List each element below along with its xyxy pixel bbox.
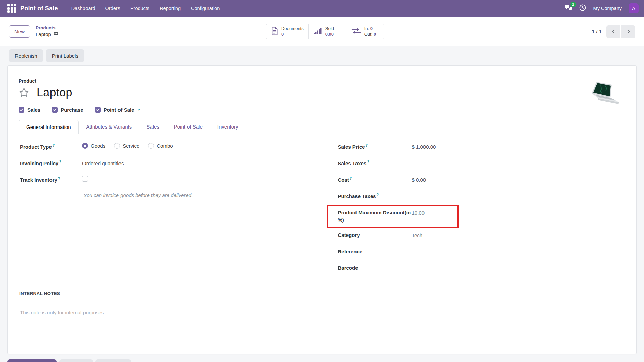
pager-counter: 1 / 1 <box>592 29 602 34</box>
tab-point-of-sale[interactable]: Point of Sale <box>167 120 210 134</box>
notebook-tabs: General Information Attributes & Variant… <box>19 119 625 134</box>
tab-sales[interactable]: Sales <box>139 120 167 134</box>
radio-goods[interactable]: Goods <box>82 143 105 149</box>
help-icon[interactable]: ? <box>138 108 140 112</box>
main-menu: Dashboard Orders Products Reporting Conf… <box>67 3 224 14</box>
control-panel: New Products Laptop <box>0 17 644 46</box>
internal-notes-section: INTERNAL NOTES This note is only for int… <box>19 291 625 350</box>
notes-divider <box>19 299 625 299</box>
internal-notes-title: INTERNAL NOTES <box>19 291 625 299</box>
track-inventory-label: Track Inventory? <box>20 176 82 184</box>
message-count-badge: 3 <box>570 2 576 7</box>
messages-button[interactable]: 3 <box>564 4 572 13</box>
internal-notes-input[interactable]: This note is only for internal purposes. <box>19 310 625 350</box>
sales-taxes-label: Sales Taxes? <box>338 159 412 167</box>
radio-unselected-icon <box>114 143 120 149</box>
documents-count: 0 <box>281 32 284 37</box>
product-form-sheet: Product Laptop Sales Purchase <box>7 65 637 354</box>
product-type-label: Product Type? <box>20 143 82 151</box>
help-icon[interactable]: ? <box>59 160 61 164</box>
sales-channels-row: Sales Purchase Point of Sale ? <box>19 107 625 113</box>
sales-checkbox[interactable]: Sales <box>19 107 40 113</box>
reference-label: Reference <box>338 248 412 255</box>
point-of-sale-checkbox[interactable]: Point of Sale ? <box>95 107 140 113</box>
out-value: 0 <box>374 32 376 37</box>
product-section-label: Product <box>19 78 625 84</box>
category-field[interactable]: Tech <box>412 231 423 239</box>
radio-unselected-icon <box>148 143 154 149</box>
form-right-column: Sales Price? $ 1,000.00 Sales Taxes? Cos… <box>338 143 626 281</box>
cost-field[interactable]: $ 0.00 <box>412 176 426 184</box>
menu-dashboard[interactable]: Dashboard <box>67 3 99 14</box>
out-label: Out: <box>364 32 373 37</box>
activities-clock-icon[interactable] <box>579 4 586 13</box>
documents-stat-button[interactable]: Documents 0 <box>266 24 309 39</box>
sales-price-field[interactable]: $ 1,000.00 <box>412 143 436 151</box>
checkbox-checked-icon <box>52 107 58 113</box>
activities-button-cutoff[interactable] <box>95 359 131 362</box>
help-icon[interactable]: ? <box>58 176 60 180</box>
company-switcher[interactable]: My Company <box>593 6 622 11</box>
max-discount-label: Product Maximum Discount(in %) <box>338 209 412 224</box>
help-icon[interactable]: ? <box>366 143 368 147</box>
replenish-button[interactable]: Replenish <box>9 49 43 62</box>
log-note-button-cutoff[interactable] <box>59 359 93 362</box>
checkbox-checked-icon <box>19 107 24 113</box>
print-labels-button[interactable]: Print Labels <box>46 49 84 62</box>
menu-orders[interactable]: Orders <box>101 3 124 14</box>
help-icon[interactable]: ? <box>367 160 369 164</box>
new-button[interactable]: New <box>9 25 30 38</box>
invoicing-policy-field[interactable]: Ordered quantities <box>82 159 124 167</box>
breadcrumb-products-link[interactable]: Products <box>36 25 59 31</box>
help-icon[interactable]: ? <box>377 193 379 197</box>
invoicing-policy-label: Invoicing Policy? <box>20 159 82 167</box>
in-label: In: <box>364 26 369 31</box>
cost-label: Cost? <box>338 176 412 184</box>
in-out-stat-button[interactable]: In: 0 Out: 0 <box>346 24 384 39</box>
radio-combo[interactable]: Combo <box>148 143 173 149</box>
documents-label: Documents <box>281 26 304 31</box>
barcode-label: Barcode <box>338 264 412 272</box>
tab-general-information[interactable]: General Information <box>19 120 79 134</box>
checkbox-checked-icon <box>95 107 101 113</box>
product-image[interactable] <box>586 77 626 115</box>
breadcrumb-current: Laptop <box>36 31 51 38</box>
tab-inventory[interactable]: Inventory <box>210 120 246 134</box>
document-icon <box>271 27 278 36</box>
radio-selected-icon <box>82 143 88 149</box>
action-button-row: Replenish Print Labels <box>0 46 644 62</box>
app-name[interactable]: Point of Sale <box>20 5 58 12</box>
chat-bubbles-icon <box>564 7 572 12</box>
navbar-right: 3 My Company A <box>564 3 639 13</box>
in-value: 0 <box>370 26 373 31</box>
purchase-checkbox[interactable]: Purchase <box>52 107 83 113</box>
breadcrumb: Products Laptop <box>36 25 59 38</box>
transfer-arrows-icon <box>351 27 361 36</box>
sold-value: 0.00 <box>325 32 334 37</box>
menu-products[interactable]: Products <box>126 3 154 14</box>
pager-previous-button[interactable] <box>606 25 620 38</box>
pager: 1 / 1 <box>592 25 635 38</box>
send-message-button-cutoff[interactable] <box>7 359 57 362</box>
sold-stat-button[interactable]: Sold 0.00 <box>309 24 346 39</box>
help-icon[interactable]: ? <box>53 143 55 147</box>
pager-next-button[interactable] <box>621 25 635 38</box>
product-title[interactable]: Laptop <box>37 86 72 99</box>
menu-reporting[interactable]: Reporting <box>156 3 185 14</box>
max-discount-field[interactable]: 10.00 <box>412 209 425 217</box>
category-label: Category <box>338 231 412 239</box>
help-icon[interactable]: ? <box>350 176 352 180</box>
sold-label: Sold <box>325 26 334 31</box>
user-avatar[interactable]: A <box>629 3 639 13</box>
apps-grid-icon[interactable] <box>7 4 16 13</box>
menu-configuration[interactable]: Configuration <box>187 3 224 14</box>
top-navbar: Point of Sale Dashboard Orders Products … <box>0 0 644 17</box>
tab-attributes-variants[interactable]: Attributes & Variants <box>79 120 139 134</box>
pos-product-form-page: Point of Sale Dashboard Orders Products … <box>0 0 644 362</box>
radio-service[interactable]: Service <box>114 143 139 149</box>
gear-icon[interactable] <box>54 31 59 38</box>
bar-chart-icon <box>313 27 322 36</box>
favorite-star-icon[interactable] <box>19 87 29 98</box>
track-inventory-checkbox[interactable] <box>82 176 88 182</box>
form-left-column: Product Type? Goods Service Combo <box>20 143 308 281</box>
